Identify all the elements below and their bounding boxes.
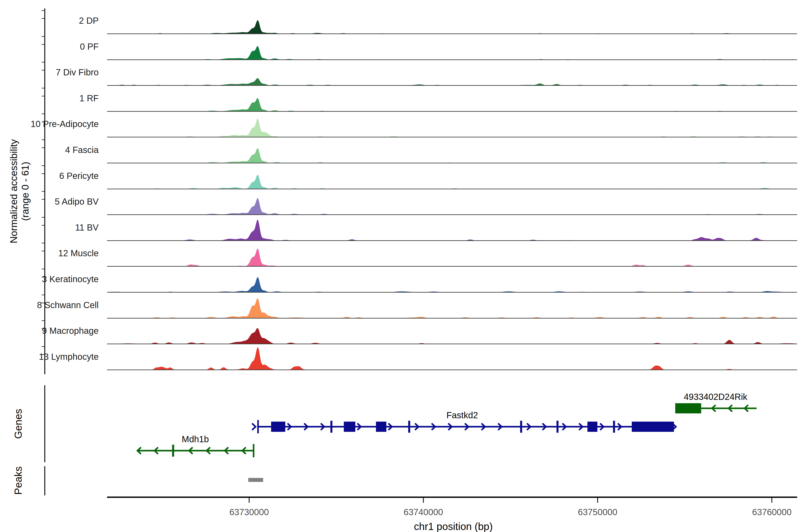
x-axis-tick-label: 63730000 (216, 507, 282, 517)
track-axis-tick (42, 346, 44, 347)
exon-bar (613, 421, 615, 433)
track-axis-tick (42, 44, 44, 45)
x-axis-line (107, 496, 797, 498)
track-axis-tick (42, 173, 44, 174)
track-axis-tick (42, 10, 44, 11)
x-axis-tick (772, 498, 772, 503)
gene-4933402D24Rik: 4933402D24Rik (675, 392, 757, 413)
strand-arrow-icon (252, 423, 255, 430)
gene-terminal-bar (253, 444, 254, 457)
track-axis-tick (42, 277, 44, 277)
gene-Mdh1b: Mdh1b (137, 434, 254, 457)
track-label: 4 Fascia (0, 144, 99, 156)
genes-panel: Mdh1bFastkd24933402D24Rik (0, 0, 798, 532)
track-axis-tick (42, 199, 44, 200)
track-axis-tick (42, 114, 44, 114)
gene-Fastkd2: Fastkd2 (252, 410, 676, 433)
exon-block (675, 403, 701, 413)
track-axis-tick (42, 251, 44, 251)
exon-bar (408, 421, 410, 433)
track-axis-tick (42, 70, 44, 71)
exon-bar (172, 445, 174, 457)
track-axis-tick (42, 96, 44, 96)
exon-block (344, 422, 355, 432)
exon-bar (557, 421, 558, 433)
track-label: 13 Lymphocyte (0, 350, 99, 363)
track-axis-tick (42, 36, 44, 37)
x-axis-title: chr1 position (bp) (376, 520, 531, 532)
track-label: 10 Pre-Adipocyte (0, 118, 99, 130)
track-label: 9 Macrophage (0, 324, 99, 337)
track-label: 2 DP (0, 14, 99, 27)
gene-name-label: Mdh1b (182, 434, 209, 444)
x-axis-tick-label: 63760000 (739, 507, 798, 517)
track-axis-tick (42, 18, 44, 19)
track-axis-tick (42, 225, 44, 226)
track-label: 0 PF (0, 40, 99, 53)
track-label: 5 Adipo BV (0, 195, 99, 208)
track-axis-tick (42, 354, 44, 355)
track-label: 8 Schwann Cell (0, 299, 99, 311)
x-axis-tick-label: 63750000 (564, 507, 631, 517)
exon-block (632, 422, 674, 432)
track-axis-tick (42, 62, 44, 62)
track-axis-tick (42, 320, 44, 321)
track-axis-tick (42, 121, 44, 122)
x-axis-tick (249, 498, 250, 503)
track-axis-tick (42, 88, 44, 89)
track-label: 3 Keratinocyte (0, 273, 99, 285)
track-label: 6 Pericyte (0, 170, 99, 182)
exon-block (587, 422, 597, 432)
track-axis-tick (42, 165, 44, 166)
x-axis-tick (423, 498, 424, 503)
track-axis-tick (42, 243, 44, 243)
track-axis-tick (42, 328, 44, 329)
track-label: 1 RF (0, 92, 99, 104)
track-axis-tick (42, 217, 44, 218)
track-axis-tick (42, 294, 44, 295)
exon-bar (520, 421, 522, 433)
track-axis-tick (42, 269, 44, 269)
x-axis-tick-label: 63740000 (390, 507, 457, 517)
exon-bar (330, 421, 332, 433)
track-label: 12 Muscle (0, 247, 99, 259)
track-axis-tick (42, 147, 44, 148)
track-label: 7 Div Fibro (0, 66, 99, 78)
track-axis-tick (42, 139, 44, 140)
exon-block (271, 422, 285, 432)
track-axis-tick (42, 191, 44, 192)
gene-terminal-bar (258, 420, 259, 433)
track-axis-tick (42, 303, 44, 303)
exon-block (376, 422, 386, 432)
track-label: 11 BV (0, 221, 99, 234)
genome-browser-figure: Normalized accessibility (range 0 - 61) … (0, 0, 798, 532)
x-axis-tick (597, 498, 598, 503)
called-peak-bar (248, 478, 263, 482)
gene-name-label: 4933402D24Rik (684, 392, 748, 402)
gene-name-label: Fastkd2 (446, 410, 478, 420)
